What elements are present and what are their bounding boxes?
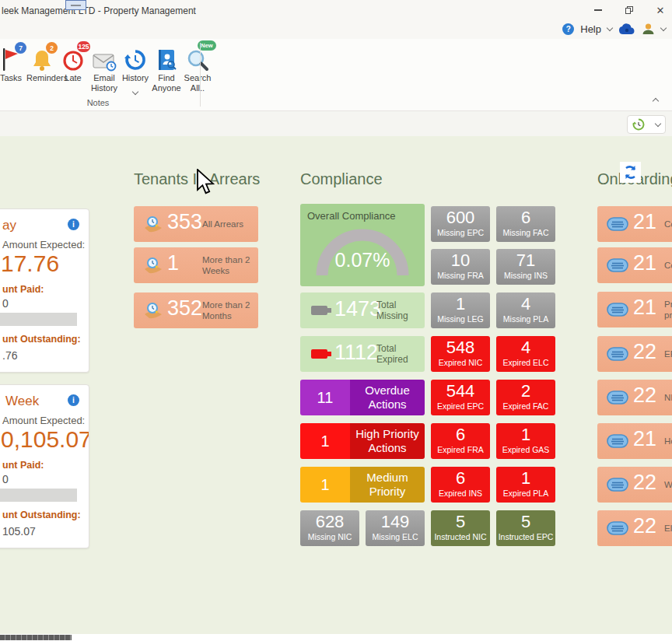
search-icon <box>186 48 209 72</box>
history-button[interactable]: History <box>120 42 151 97</box>
onboarding-tile[interactable]: 21 Con sign <box>597 247 672 283</box>
history-chevron-icon[interactable] <box>132 88 138 94</box>
high-priority-actions-tile[interactable]: 1 High Priority Actions <box>300 423 425 459</box>
tile-label: How guid <box>664 436 672 447</box>
tile-value: 6 <box>431 426 490 444</box>
stat-tile[interactable]: 4 Expired ELC <box>496 336 555 372</box>
document-stack-icon <box>607 434 628 448</box>
stat-tile[interactable]: 5 Instructed EPC <box>496 510 555 546</box>
tile-label: Total Expired <box>376 343 420 366</box>
tile-label: Medium Priority <box>350 471 425 499</box>
onboarding-tile[interactable]: 22 Wa not <box>597 467 672 503</box>
stat-tile[interactable]: 1 Missing LEG <box>431 292 490 328</box>
user-icon[interactable] <box>642 23 655 35</box>
tasks-button[interactable]: 7 Tasks <box>0 42 26 97</box>
tile-value: 1 <box>431 295 490 313</box>
search-all-button[interactable]: New Search All.. <box>182 42 213 97</box>
card-title: Week <box>5 394 39 409</box>
tile-value: 1 <box>167 251 179 275</box>
overdue-actions-tile[interactable]: 11 Overdue Actions <box>300 380 425 415</box>
arrears-2weeks-tile[interactable]: 1 More than 2 Weeks <box>134 247 258 283</box>
tile-value: 10 <box>431 251 490 270</box>
info-icon[interactable]: i <box>68 394 79 406</box>
reminders-button[interactable]: 2 Reminders <box>26 42 58 97</box>
help-button[interactable]: Help <box>580 23 601 35</box>
stat-tile[interactable]: 544 Expired EPC <box>431 380 490 415</box>
stat-tile[interactable]: 6 Expired FRA <box>431 423 490 459</box>
tile-value: 22 <box>633 340 656 364</box>
stat-tile[interactable]: 10 Missing FRA <box>431 249 490 285</box>
expected-label: Amount Expected: <box>2 239 85 250</box>
stat-tile[interactable]: 6 Expired INS <box>431 467 490 503</box>
tile-value: 11 <box>300 389 350 407</box>
stat-tile[interactable]: 71 Missing INS <box>496 249 555 285</box>
window-title: leek Management LTD - Property Managemen… <box>2 5 196 16</box>
titlebar: leek Management LTD - Property Managemen… <box>0 0 672 39</box>
tile-value: 1473 <box>334 297 381 321</box>
tile-value: 1 <box>496 469 555 488</box>
info-icon[interactable]: i <box>68 219 79 230</box>
tile-value: 22 <box>633 384 656 408</box>
arrears-icon <box>143 302 163 319</box>
late-button[interactable]: 125 Late <box>58 42 89 97</box>
total-missing-tile[interactable]: 1473 Total Missing <box>300 292 425 328</box>
stat-tile[interactable]: 2 Expired FAC <box>496 380 555 415</box>
cloud-icon[interactable] <box>618 23 635 35</box>
sync-indicator <box>620 162 641 183</box>
total-expired-tile[interactable]: 1112 Total Expired <box>300 336 425 372</box>
user-chevron-icon[interactable] <box>660 24 667 30</box>
scrollbar-thumb[interactable] <box>0 635 72 640</box>
onboarding-tile[interactable]: 22 NIC <box>597 380 672 415</box>
tile-label: EPC <box>664 349 672 359</box>
tile-value: 21 <box>633 296 656 320</box>
minimize-button[interactable] <box>591 3 605 17</box>
tile-value: 21 <box>633 251 656 275</box>
stat-tile[interactable]: 1 Expired GAS <box>496 423 555 459</box>
onboarding-tile[interactable]: 21 How guid <box>597 423 672 459</box>
overall-compliance-gauge[interactable]: Overall Compliance 0.07% <box>300 204 425 286</box>
horizontal-scrollbar[interactable] <box>0 634 672 641</box>
stat-tile[interactable]: 1 Expired PLA <box>496 467 555 503</box>
stat-tile[interactable]: 5 Instructed NIC <box>431 510 490 546</box>
minimize-icon <box>594 9 602 10</box>
tile-label: Con sign <box>664 260 672 271</box>
tile-label: Missing NIC <box>300 532 359 541</box>
tile-label: NIC <box>664 392 672 403</box>
tile-value: 5 <box>431 513 490 531</box>
tile-value: 149 <box>366 513 425 531</box>
stat-tile[interactable]: 600 Missing EPC <box>431 206 490 242</box>
card-title: ay <box>2 218 16 233</box>
arrears-icon <box>143 215 163 233</box>
medium-priority-tile[interactable]: 1 Medium Priority <box>300 467 425 503</box>
stat-tile[interactable]: 6 Missing FAC <box>496 206 555 242</box>
history-label: History <box>120 73 151 83</box>
stat-tile[interactable]: 548 Expired NIC <box>431 336 490 372</box>
refresh-button[interactable] <box>627 115 666 134</box>
paid-label: unt Paid: <box>2 284 44 295</box>
history-icon <box>124 48 147 72</box>
expected-value: 0,105.07 <box>1 426 89 453</box>
onboarding-tile[interactable]: 22 EPC <box>597 336 672 372</box>
onboarding-tile[interactable]: 22 Ele sup not <box>597 510 672 546</box>
arrears-2months-tile[interactable]: 352 More than 2 Months <box>134 292 258 328</box>
close-button[interactable]: ✕ <box>653 3 667 17</box>
stat-tile[interactable]: 4 Missing PLA <box>496 292 555 328</box>
sync-icon <box>622 164 639 180</box>
onboarding-tile[interactable]: 21 Pres infor prov <box>597 292 672 328</box>
missing-nic-tile[interactable]: 628 Missing NIC <box>300 510 359 546</box>
tile-label: High Priority Actions <box>350 427 425 455</box>
arrears-all-tile[interactable]: 353 All Arrears <box>134 206 258 242</box>
compliance-section-title: Compliance <box>300 170 383 188</box>
onboarding-tile[interactable]: 21 Con <box>597 206 672 242</box>
find-anyone-button[interactable]: Find Anyone <box>151 42 182 97</box>
document-stack-icon <box>607 521 628 535</box>
help-chevron-icon[interactable] <box>607 24 613 30</box>
ribbon-collapse-icon[interactable] <box>653 98 659 104</box>
restore-button[interactable] <box>622 3 636 17</box>
outstanding-value: 105.07 <box>2 525 36 538</box>
tile-label: Ele sup not <box>664 523 672 534</box>
document-stack-icon <box>607 303 628 317</box>
missing-elc-tile[interactable]: 149 Missing ELC <box>366 510 425 546</box>
tile-label: Instructed NIC <box>431 532 490 541</box>
email-history-button[interactable]: Email History <box>89 42 120 97</box>
